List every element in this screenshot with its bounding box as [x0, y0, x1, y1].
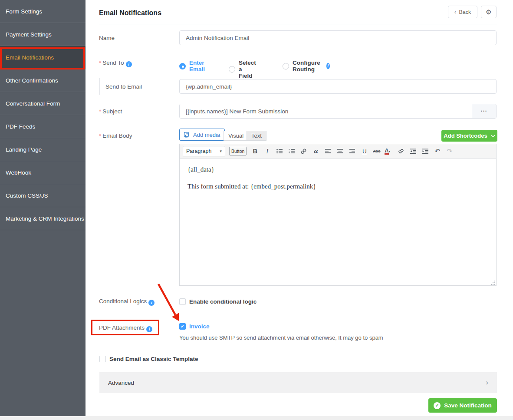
- sidebar-item-form-settings[interactable]: Form Settings: [0, 0, 86, 23]
- tab-label: Text: [251, 132, 262, 139]
- enable-conditional-logic-checkbox[interactable]: [179, 298, 186, 305]
- editor-content-area[interactable]: {all_data} This form submitted at: {embe…: [180, 159, 496, 280]
- info-icon[interactable]: i: [146, 326, 152, 332]
- add-media-button[interactable]: Add media: [179, 129, 225, 141]
- invoice-checkbox-label[interactable]: Invoice: [189, 323, 210, 330]
- editor-paragraph: This form submitted at: {embed_post.perm…: [187, 182, 488, 192]
- radio-configure-routing[interactable]: Configure Routing i: [283, 60, 330, 73]
- info-icon[interactable]: i: [126, 61, 132, 67]
- sidebar-item-webhook[interactable]: WebHook: [0, 161, 86, 184]
- numbered-list-icon: [289, 149, 295, 154]
- info-icon[interactable]: i: [148, 300, 155, 306]
- add-media-label: Add media: [193, 132, 220, 138]
- indent-guide: [99, 78, 100, 95]
- media-icon: [184, 132, 191, 138]
- sidebar-item-landing-page[interactable]: Landing Page: [0, 138, 86, 161]
- link-icon: [300, 148, 307, 155]
- radio-select-a-field[interactable]: Select a Field: [229, 60, 256, 79]
- subject-shortcode-button[interactable]: •••: [472, 104, 496, 118]
- underline-button[interactable]: U: [359, 146, 370, 156]
- numbered-list-button[interactable]: [286, 146, 297, 156]
- radio-button-icon: [283, 63, 289, 69]
- sidebar-item-label: PDF Feeds: [6, 123, 35, 130]
- editor-toolbar: Paragraph ▾ Button B I: [180, 144, 496, 159]
- check-circle-icon: ✓: [434, 402, 441, 409]
- info-icon[interactable]: i: [326, 63, 330, 69]
- gear-icon: ⚙: [486, 8, 491, 16]
- button-shortcode-button[interactable]: Button: [229, 147, 247, 155]
- sidebar-item-label: Conversational Form: [6, 100, 60, 107]
- strikethrough-button[interactable]: ABC: [371, 146, 382, 156]
- sidebar-item-conversational-form[interactable]: Conversational Form: [0, 92, 86, 115]
- sidebar-item-custom-css-js[interactable]: Custom CSS/JS: [0, 184, 86, 207]
- sidebar-item-other-confirmations[interactable]: Other Confirmations: [0, 69, 86, 92]
- radio-label: Enter Email: [189, 60, 205, 73]
- undo-button[interactable]: ↶: [432, 146, 443, 156]
- name-label: Name: [99, 35, 115, 41]
- pdf-attachments-helper-text: You should use SMTP so send attachment v…: [179, 334, 383, 341]
- email-body-label: *Email Body: [99, 132, 132, 139]
- sidebar-item-marketing-crm[interactable]: Marketing & CRM Integrations: [0, 207, 86, 230]
- text-color-button[interactable]: A ▾: [383, 146, 394, 156]
- indent-icon: [422, 149, 428, 154]
- italic-button[interactable]: I: [262, 146, 273, 156]
- bullet-list-button[interactable]: [274, 146, 285, 156]
- blockquote-button[interactable]: “: [310, 146, 321, 156]
- sidebar-item-label: Landing Page: [6, 146, 42, 153]
- sidebar-item-label: Payment Settings: [6, 31, 52, 38]
- ellipsis-icon: •••: [481, 109, 487, 113]
- send-to-email-label: Send to Email: [105, 83, 142, 90]
- radio-label: Select a Field: [239, 60, 256, 79]
- resize-handle[interactable]: [490, 280, 495, 285]
- radio-enter-email[interactable]: Enter Email: [179, 60, 205, 73]
- redo-button[interactable]: ↷: [444, 146, 455, 156]
- subject-input[interactable]: [180, 104, 472, 118]
- pdf-attachments-label: PDF Attachmentsi: [99, 324, 152, 332]
- conditional-logics-label: Conditional Logicsi: [99, 298, 155, 306]
- sidebar-item-email-notifications[interactable]: Email Notifications: [0, 46, 86, 69]
- classic-template-label[interactable]: Send Email as Classic Template: [109, 356, 198, 362]
- chevron-down-icon: [491, 135, 495, 137]
- header-divider: [99, 24, 497, 24]
- name-input[interactable]: [179, 30, 497, 45]
- caret-down-icon: ▾: [389, 149, 393, 153]
- align-center-button[interactable]: [335, 146, 345, 156]
- chevron-right-icon: ›: [486, 378, 488, 387]
- back-button[interactable]: ‹ Back: [448, 6, 477, 18]
- advanced-section-toggle[interactable]: Advanced ›: [99, 372, 497, 393]
- settings-gear-button[interactable]: ⚙: [481, 6, 497, 18]
- sidebar-item-label: Email Notifications: [6, 54, 54, 61]
- link-button[interactable]: [298, 146, 309, 156]
- sidebar-item-payment-settings[interactable]: Payment Settings: [0, 23, 86, 46]
- save-notification-button[interactable]: ✓ Save Notification: [428, 398, 497, 413]
- clear-formatting-button[interactable]: [395, 146, 406, 156]
- send-to-email-input[interactable]: [179, 79, 497, 94]
- add-shortcodes-label: Add Shortcodes: [444, 132, 487, 139]
- paragraph-format-select[interactable]: Paragraph ▾: [183, 146, 225, 156]
- advanced-label: Advanced: [108, 380, 134, 386]
- align-left-button[interactable]: [322, 146, 333, 156]
- add-shortcodes-button[interactable]: Add Shortcodes: [441, 130, 497, 142]
- bold-button[interactable]: B: [250, 146, 260, 156]
- tab-visual[interactable]: Visual: [224, 131, 248, 141]
- tab-text[interactable]: Text: [247, 131, 266, 141]
- sidebar-item-label: Marketing & CRM Integrations: [6, 215, 84, 222]
- align-right-button[interactable]: [347, 146, 358, 156]
- send-to-label: *Send Toi: [99, 60, 132, 67]
- eraser-icon: [398, 149, 404, 154]
- indent-button[interactable]: [420, 146, 431, 156]
- save-notification-label: Save Notification: [444, 402, 492, 409]
- sidebar-item-pdf-feeds[interactable]: PDF Feeds: [0, 115, 86, 138]
- align-right-icon: [349, 149, 355, 154]
- required-asterisk: *: [99, 132, 101, 139]
- radio-button-icon: [229, 66, 235, 73]
- enable-conditional-logic-label[interactable]: Enable conditional logic: [189, 298, 256, 305]
- classic-template-checkbox[interactable]: [99, 356, 106, 362]
- outdent-button[interactable]: [408, 146, 418, 156]
- bullet-list-icon: [276, 149, 283, 154]
- invoice-checkbox[interactable]: [179, 323, 186, 330]
- required-asterisk: *: [99, 108, 101, 115]
- page-title: Email Notifications: [99, 9, 161, 17]
- outdent-icon: [410, 149, 416, 154]
- subject-field: •••: [179, 104, 497, 119]
